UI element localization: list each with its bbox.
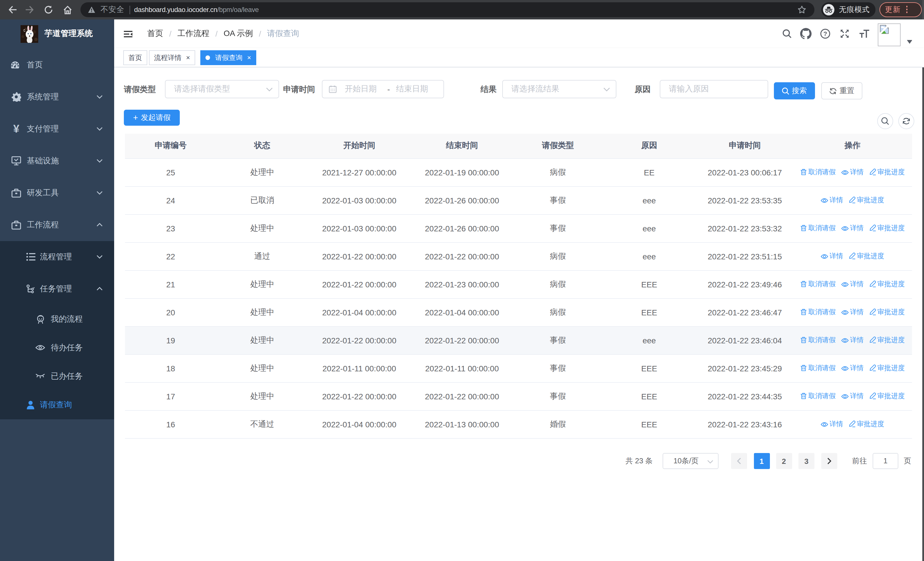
svg-text:?: ?	[823, 30, 827, 38]
